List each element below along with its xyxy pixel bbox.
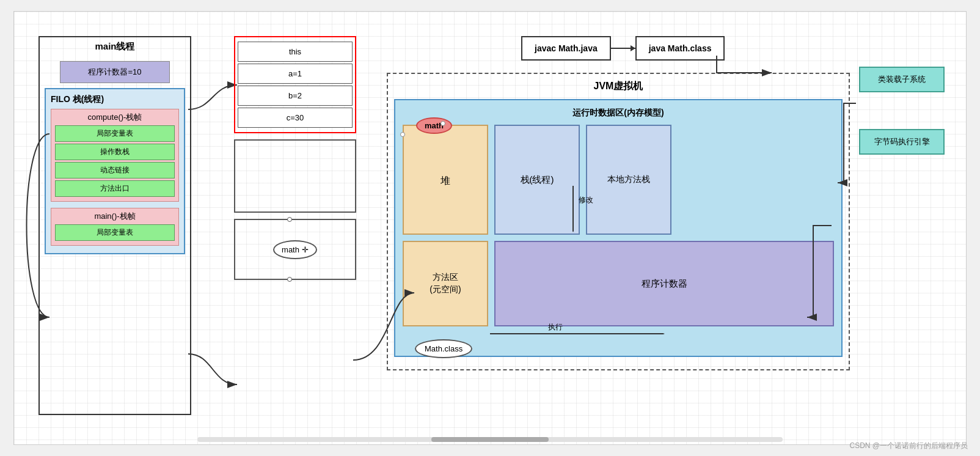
heap-dot1 [441, 121, 445, 126]
compute-method-exit: 方法出口 [55, 180, 175, 197]
main-frame-title: main()-栈帧 [55, 211, 175, 222]
modify-label: 修改 [579, 195, 593, 205]
compute-local-vars: 局部变量表 [55, 125, 175, 142]
scrollbar[interactable] [197, 437, 783, 442]
main-thread-box: main线程 程序计数器=10 FILO 栈(线程) compute()-栈帧 … [38, 36, 191, 415]
compute-stack-frame: this a=1 b=2 c=30 [234, 36, 356, 133]
method-area-box: 方法区(元空间) [403, 241, 488, 326]
math-class-container: Math.class [403, 336, 834, 348]
filo-box: FILO 栈(线程) compute()-栈帧 局部变量表 操作数栈 动态链接 … [45, 88, 185, 254]
local-method-label: 本地方法栈 [607, 174, 650, 185]
stack-thread-label: 栈(线程) [521, 174, 554, 186]
stack-thread-box: 栈(线程) [494, 125, 580, 235]
heap-label: 堆 [441, 175, 450, 188]
arrow-engine-to-counter [832, 146, 954, 268]
stack-c: c=30 [238, 108, 353, 128]
compile-cmd-box: javac Math.java [521, 36, 611, 61]
canvas: main线程 程序计数器=10 FILO 栈(线程) compute()-栈帧 … [13, 11, 967, 445]
math-label: math [282, 245, 299, 254]
jvm-program-counter-box: 程序计数器 [494, 241, 834, 326]
middle-section: this a=1 b=2 c=30 math ✛ [234, 36, 368, 280]
scrollbar-thumb[interactable] [431, 437, 549, 442]
jvm-container: JVM虚拟机 运行时数据区(内存模型) math 堆 栈(线程) [387, 73, 850, 370]
main-local-vars: 局部变量表 [55, 224, 175, 241]
execute-arrow-svg [490, 333, 673, 334]
jvm-section: javac Math.java java Math.class JVM虚拟机 运… [387, 36, 954, 446]
runtime-inner: math 堆 栈(线程) 本地方法栈 [403, 125, 834, 235]
heap-dot2 [400, 132, 405, 137]
math-move-icon: ✛ [302, 245, 309, 254]
local-method-box: 本地方法栈 [586, 125, 671, 235]
method-area-label: 方法区(元空间) [430, 271, 461, 295]
math-oval: math ✛ [273, 240, 317, 259]
empty-stack-frame [234, 139, 356, 213]
watermark: CSDN @一个诺诺前行的后端程序员 [849, 441, 968, 451]
program-counter: 程序计数器=10 [60, 61, 170, 83]
compute-operand-stack: 操作数栈 [55, 144, 175, 160]
arrow-run-to-loader [680, 36, 778, 109]
stack-a: a=1 [238, 64, 353, 84]
curved-back-arrow [31, 134, 56, 317]
execute-label: 执行 [548, 322, 563, 333]
runtime-bottom-row: 方法区(元空间) 程序计数器 [403, 241, 834, 326]
jvm-program-counter-label: 程序计数器 [642, 278, 687, 290]
compile-to-run-arrow [611, 48, 635, 49]
stack-b: b=2 [238, 86, 353, 106]
main-frame: main()-栈帧 局部变量表 [51, 208, 179, 246]
math-stack-frame: math ✛ [234, 219, 356, 280]
stack-this: this [238, 42, 353, 62]
heap-box: math 堆 [403, 125, 488, 235]
dot-bottom [287, 277, 292, 282]
dot-top [287, 217, 292, 222]
runtime-box: 运行时数据区(内存模型) math 堆 栈(线程) [394, 99, 843, 357]
heap-math-oval: math [416, 117, 452, 134]
main-thread-title: main线程 [40, 37, 190, 56]
filo-title: FILO 栈(线程) [51, 94, 179, 105]
modify-arrow-svg [572, 186, 574, 235]
compute-frame: compute()-栈帧 局部变量表 操作数栈 动态链接 方法出口 [51, 109, 179, 202]
compute-frame-title: compute()-栈帧 [55, 112, 175, 123]
compute-dynamic-link: 动态链接 [55, 162, 175, 178]
arrow-math-to-heap [353, 342, 426, 403]
